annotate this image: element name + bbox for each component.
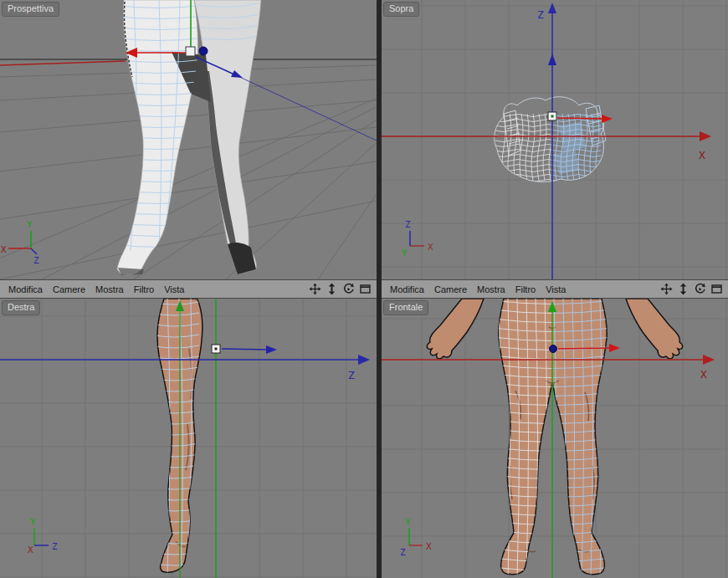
toggle-view-icon[interactable] <box>710 283 723 295</box>
rotate-view-icon[interactable] <box>694 283 706 295</box>
view-tool-icons <box>309 283 372 295</box>
pan-view-icon[interactable] <box>660 283 673 295</box>
menu-mostra[interactable]: Mostra <box>477 284 505 294</box>
axis-handle-square[interactable] <box>186 47 195 56</box>
menu-camere[interactable]: Camere <box>434 284 467 294</box>
axis-y-label: Y <box>27 219 33 230</box>
axis-z-label: Z <box>537 8 544 21</box>
viewport-front[interactable]: X Y X Z Frontale <box>382 299 728 578</box>
right-canvas: Z Y Z X <box>0 299 377 578</box>
axis-x-label: X <box>426 541 432 552</box>
viewport-perspective[interactable]: Y X Z Prospettiva <box>0 0 377 279</box>
menu-vista[interactable]: Vista <box>164 284 184 294</box>
menu-filtro[interactable]: Filtro <box>515 284 536 294</box>
front-canvas: X Y X Z <box>382 299 728 578</box>
menu-modifica[interactable]: Modifica <box>390 284 424 294</box>
menu-modifica[interactable]: Modifica <box>8 284 43 294</box>
viewport-right[interactable]: Z Y Z X Destra <box>0 299 377 578</box>
viewport-top[interactable]: Z X Z X Y Sopra <box>382 0 728 279</box>
zoom-view-icon[interactable] <box>677 283 690 295</box>
axis-y-label: Y <box>405 517 411 528</box>
axis-x-label: X <box>1 244 7 255</box>
menu-mostra[interactable]: Mostra <box>95 284 124 294</box>
zoom-view-icon[interactable] <box>326 283 338 295</box>
viewport-label-perspective: Prospettiva <box>2 2 59 17</box>
axis-z-label: Z <box>348 369 355 381</box>
quad-viewport-workspace: Y X Z Prospettiva <box>0 0 728 578</box>
menu-filtro[interactable]: Filtro <box>134 284 154 294</box>
viewport-label-right: Destra <box>2 300 40 315</box>
axis-x-label: X <box>700 368 707 381</box>
top-canvas: Z X Z X Y <box>382 0 728 279</box>
view-tool-icons <box>660 283 723 295</box>
perspective-canvas: Y X Z <box>0 0 377 279</box>
viewport-label-top: Sopra <box>383 2 419 17</box>
axis-z-label: Z <box>405 219 411 230</box>
axis-z-label: Z <box>52 541 58 552</box>
axis-z-label: Z <box>33 255 39 266</box>
axis-x-label: X <box>428 242 433 253</box>
viewport-menubar-left: Modifica Camere Mostra Filtro Vista <box>0 279 377 299</box>
rotate-view-icon[interactable] <box>342 283 355 295</box>
axis-z-label: Z <box>400 547 406 558</box>
axis-handle-ball[interactable] <box>199 47 208 55</box>
viewport-label-front: Frontale <box>383 300 428 315</box>
axis-x-label: X <box>28 545 33 555</box>
axis-y-label: Y <box>30 517 36 528</box>
pan-view-icon[interactable] <box>309 283 321 295</box>
viewport-menubar-right: Modifica Camere Mostra Filtro Vista <box>382 279 728 299</box>
menu-camere[interactable]: Camere <box>53 284 85 294</box>
menu-vista[interactable]: Vista <box>546 284 566 294</box>
axis-x-label: X <box>699 149 705 161</box>
axis-y-label: Y <box>402 248 408 258</box>
axis-handle-ball[interactable] <box>550 345 557 353</box>
toggle-view-icon[interactable] <box>359 283 372 295</box>
